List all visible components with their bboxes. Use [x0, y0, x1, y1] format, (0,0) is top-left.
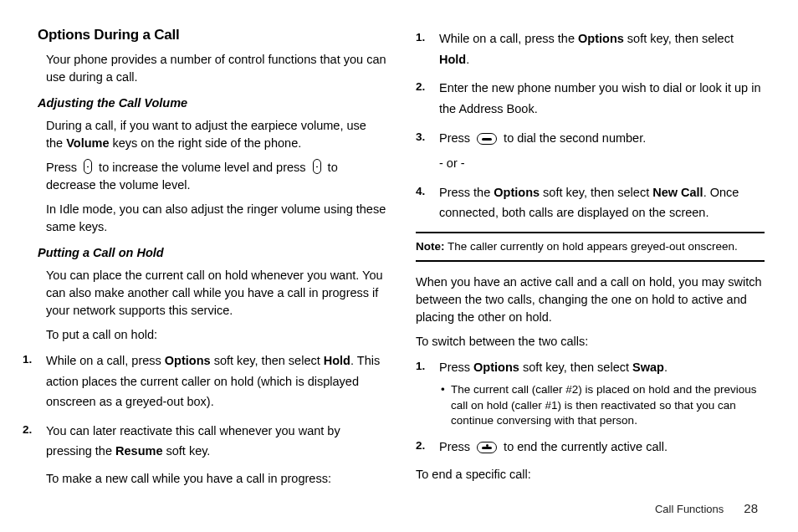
intro-paragraph: Your phone provides a number of control … [38, 51, 386, 86]
list-item: 1. While on a call, press Options soft k… [46, 350, 386, 412]
volume-paragraph-3: In Idle mode, you can also adjust the ri… [38, 201, 386, 236]
volume-up-icon [84, 159, 92, 174]
hold-label: Hold [439, 53, 466, 66]
options-softkey-label: Options [165, 354, 211, 367]
new-call-label: New Call [652, 186, 703, 199]
text: to end the currently active call. [500, 440, 668, 453]
page-footer: Call Functions 28 [655, 501, 758, 515]
list-item: 2. Press to end the currently active cal… [439, 437, 765, 458]
hold-paragraph-1: You can place the current call on hold w… [38, 267, 386, 320]
list-item: 1. While on a call, press the Options so… [439, 28, 765, 69]
text: While on a call, press [46, 354, 165, 367]
text: Press [439, 131, 473, 145]
text: Press [439, 361, 473, 374]
new-call-steps-list: 1. While on a call, press the Options so… [416, 28, 765, 223]
options-softkey-label: Options [473, 361, 519, 374]
options-softkey-label: Options [494, 186, 540, 199]
text: soft key, then select [540, 186, 652, 199]
text: soft key, then select [211, 354, 324, 367]
text: keys on the right side of the phone. [109, 136, 301, 150]
text: Press [439, 440, 473, 453]
end-specific-call-paragraph: To end a specific call: [416, 466, 765, 483]
switch-paragraph-1: When you have an active call and a call … [416, 274, 765, 326]
step-number: 2. [23, 421, 32, 440]
text: to dial the second number. [500, 131, 646, 145]
text: . [466, 53, 469, 66]
swap-label: Swap [632, 361, 664, 374]
note-label: Note: [416, 240, 445, 253]
list-item: The current call (caller #2) is placed o… [451, 382, 765, 428]
step-number: 2. [416, 78, 425, 97]
swap-sublist: The current call (caller #2) is placed o… [439, 382, 765, 428]
options-softkey-label: Options [578, 32, 624, 45]
list-item: 3. Press to dial the second number. - or… [439, 128, 765, 174]
end-key-icon [477, 442, 497, 453]
list-item: 2. You can later reactivate this call wh… [46, 421, 386, 462]
page-number: 28 [744, 501, 758, 515]
hold-label: Hold [324, 354, 350, 367]
left-column: Options During a Call Your phone provide… [33, 25, 386, 485]
text: soft key, then select [624, 32, 734, 45]
or-divider: - or - [439, 153, 765, 174]
text: soft key. [162, 444, 210, 458]
step-number: 3. [416, 128, 425, 147]
footer-section-label: Call Functions [655, 503, 724, 515]
hold-paragraph-2: To put a call on hold: [38, 326, 386, 344]
switch-steps-list: 1. Press Options soft key, then select S… [416, 357, 765, 458]
text: to increase the volume level and press [95, 161, 309, 174]
text: While on a call, press the [439, 32, 578, 45]
resume-softkey-label: Resume [115, 444, 162, 458]
step-number: 1. [416, 28, 425, 48]
list-item: 2. Enter the new phone number you wish t… [439, 78, 765, 119]
text: Press the [439, 186, 494, 199]
hold-paragraph-3: To make a new call while you have a call… [38, 470, 386, 488]
hold-steps-list: 1. While on a call, press Options soft k… [38, 350, 386, 462]
switch-paragraph-2: To switch between the two calls: [416, 333, 765, 350]
volume-down-icon [313, 159, 321, 174]
note-box: Note: The caller currently on hold appea… [416, 232, 765, 262]
volume-key-label: Volume [66, 136, 109, 150]
text: Press [46, 161, 80, 174]
heading-options-during-call: Options During a Call [38, 25, 386, 46]
volume-paragraph-1: During a call, if you want to adjust the… [38, 117, 386, 152]
heading-adjust-volume: Adjusting the Call Volume [38, 95, 386, 112]
text: soft key, then select [519, 361, 632, 374]
list-item: 4. Press the Options soft key, then sele… [439, 182, 765, 223]
text: Enter the new phone number you wish to d… [439, 81, 760, 115]
right-column: 1. While on a call, press the Options so… [416, 25, 765, 485]
step-number: 1. [23, 350, 32, 370]
note-text: The caller currently on hold appears gre… [445, 240, 738, 253]
step-number: 4. [416, 182, 425, 202]
dial-key-icon [477, 133, 497, 145]
volume-paragraph-2: Press to increase the volume level and p… [38, 159, 386, 194]
text: . [664, 361, 668, 374]
step-number: 2. [416, 437, 425, 456]
list-item: 1. Press Options soft key, then select S… [439, 357, 765, 428]
heading-put-call-on-hold: Putting a Call on Hold [38, 244, 386, 262]
step-number: 1. [416, 357, 425, 376]
page-columns: Options During a Call Your phone provide… [33, 25, 765, 485]
